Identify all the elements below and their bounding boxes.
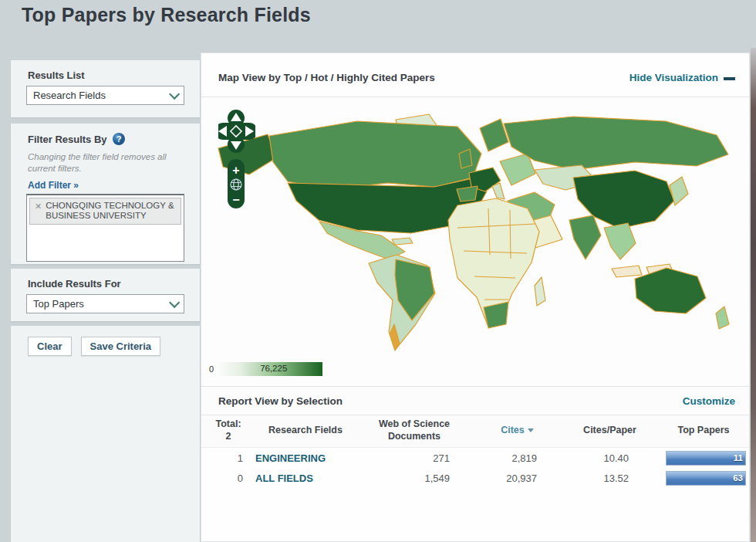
col-wos-documents: Web of Science Documents	[356, 418, 473, 442]
results-list-label: Results List	[11, 60, 200, 86]
hide-visualization-label: Hide Visualization	[629, 72, 718, 83]
col-research-fields: Research Fields	[255, 425, 356, 437]
field-link[interactable]: ALL FIELDS	[255, 473, 356, 484]
wos-line1: Web of Science	[356, 418, 473, 431]
main-panel: Map View by Top / Hot / Highly Cited Pap…	[201, 53, 750, 542]
total-label: Total:	[201, 418, 255, 431]
map-controls[interactable]: + −	[218, 110, 255, 212]
include-results-label: Include Results For	[11, 269, 200, 294]
top-papers-bar: 63	[666, 471, 746, 486]
sidebar: Results List Research Fields Filter Resu…	[11, 54, 200, 542]
sidebar-actions-section: Clear Save Criteria	[11, 326, 200, 542]
sort-desc-icon	[528, 429, 534, 432]
top-papers-bar-cell: 11	[658, 451, 749, 466]
filter-label: Filter Results By ?	[11, 124, 200, 150]
hide-visualization-link[interactable]: Hide Visualization	[629, 72, 735, 83]
col-cites-per-paper: Cites/Paper	[562, 425, 658, 437]
wos-line2: Documents	[356, 431, 473, 443]
report-view-title: Report View by Selection	[218, 395, 343, 407]
top-papers-value: 63	[733, 473, 743, 483]
zoom-in-icon: +	[232, 164, 239, 177]
cites-value: 20,937	[473, 473, 562, 484]
row-rank: 1	[201, 452, 255, 464]
results-list-dropdown[interactable]: Research Fields	[26, 86, 184, 105]
world-map: + − 0 76,225	[201, 97, 749, 386]
top-papers-value: 11	[734, 453, 743, 462]
minus-icon	[724, 77, 735, 80]
esi-screen: Top Papers by Research Fields Results Li…	[0, 0, 756, 542]
map-legend: 0 76,225	[209, 362, 322, 376]
table-row: 0 ALL FIELDS 1,549 20,937 13.52 63	[201, 468, 749, 488]
clear-button[interactable]: Clear	[28, 337, 72, 356]
wos-documents-value: 271	[356, 452, 473, 464]
customize-link[interactable]: Customize	[683, 395, 735, 407]
add-filter-link[interactable]: Add Filter »	[11, 178, 79, 194]
help-icon[interactable]: ?	[113, 133, 125, 145]
include-results-dropdown-value: Top Papers	[27, 298, 169, 310]
include-results-section: Include Results For Top Papers	[11, 269, 200, 321]
screen-edge-shadow	[751, 48, 756, 542]
col-cites-sort[interactable]: Cites	[473, 425, 562, 437]
legend-min: 0	[209, 364, 214, 374]
cites-per-paper-value: 10.40	[562, 452, 658, 464]
col-top-papers: Top Papers	[658, 425, 749, 437]
cites-per-paper-value: 13.52	[562, 473, 658, 484]
legend-gradient-bar: 76,225	[217, 362, 322, 376]
map-view-title: Map View by Top / Hot / Highly Cited Pap…	[218, 72, 435, 83]
filter-chip[interactable]: ✕ CHONGQING TECHNOLOGY & BUSINESS UNIVER…	[29, 198, 181, 225]
top-papers-bar: 11	[666, 451, 746, 466]
save-criteria-button[interactable]: Save Criteria	[81, 337, 161, 356]
visualization-header: Map View by Top / Hot / Highly Cited Pap…	[201, 53, 749, 97]
table-header-row: Total: 2 Research Fields Web of Science …	[201, 415, 749, 448]
choropleth-map-image[interactable]	[203, 100, 748, 355]
wos-documents-value: 1,549	[356, 473, 473, 484]
svg-text:?: ?	[116, 134, 122, 144]
row-rank: 0	[201, 473, 255, 484]
chevron-down-icon	[169, 88, 180, 99]
page-title: Top Papers by Research Fields	[22, 4, 311, 26]
active-filters-box: ✕ CHONGQING TECHNOLOGY & BUSINESS UNIVER…	[26, 194, 184, 262]
filter-label-text: Filter Results By	[28, 134, 107, 145]
table-row: 1 ENGINEERING 271 2,819 10.40 11	[201, 448, 749, 468]
include-results-dropdown[interactable]: Top Papers	[26, 294, 184, 313]
report-header: Report View by Selection Customize	[201, 386, 749, 415]
zoom-out-icon: −	[232, 193, 239, 206]
results-list-section: Results List Research Fields	[11, 60, 200, 117]
report-table: Total: 2 Research Fields Web of Science …	[201, 415, 749, 488]
filter-note: Changing the filter field removes all cu…	[11, 150, 200, 178]
col-total: Total: 2	[201, 418, 255, 442]
chevron-down-icon	[169, 296, 180, 307]
cites-value: 2,819	[473, 452, 562, 464]
remove-filter-icon[interactable]: ✕	[35, 201, 42, 221]
top-papers-bar-cell: 63	[658, 471, 749, 486]
legend-max: 76,225	[260, 364, 287, 373]
total-value: 2	[201, 431, 255, 443]
results-list-dropdown-value: Research Fields	[27, 90, 169, 101]
cites-label: Cites	[501, 425, 525, 435]
field-link[interactable]: ENGINEERING	[255, 452, 356, 464]
filter-chip-label: CHONGQING TECHNOLOGY & BUSINESS UNIVERSI…	[46, 201, 176, 221]
filter-section: Filter Results By ? Changing the filter …	[11, 124, 200, 264]
